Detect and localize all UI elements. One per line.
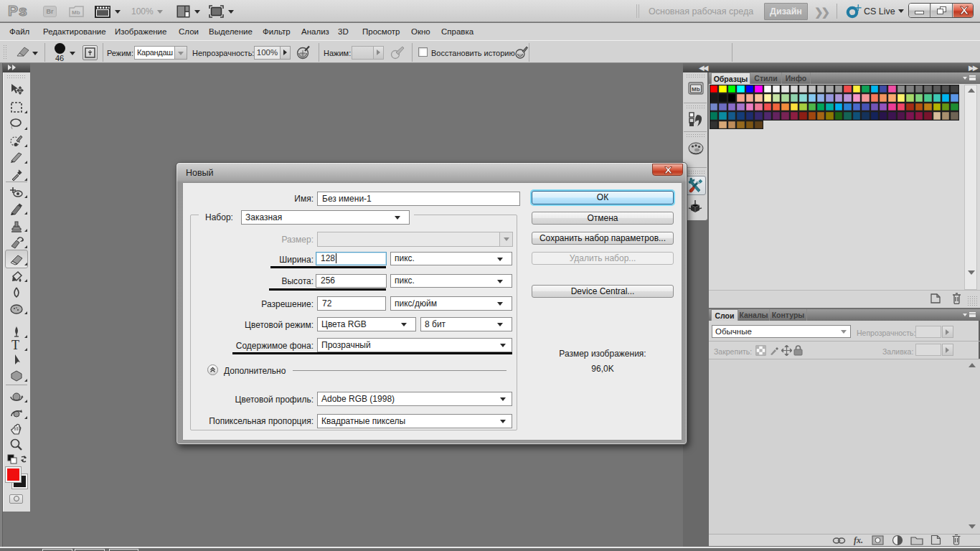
svg-text:Mb: Mb [72, 9, 80, 16]
svg-text:Mb: Mb [692, 86, 700, 93]
svg-text:T: T [11, 338, 19, 352]
